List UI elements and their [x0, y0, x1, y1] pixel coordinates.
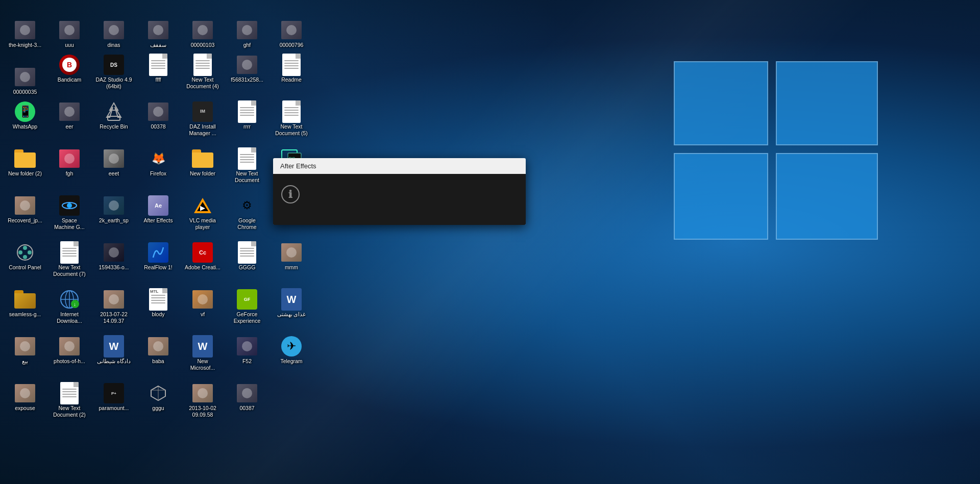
desktop-icon-00378[interactable]: 00378	[138, 98, 179, 144]
desktop-icon-gggu[interactable]: gggu	[138, 380, 179, 426]
desktop-icon-control-panel[interactable]: Control Panel	[5, 239, 45, 285]
icon-label-blody: blody	[152, 311, 164, 318]
desktop-icon-firefox[interactable]: 🦊Firefox	[138, 145, 179, 191]
desktop-icon-eeet[interactable]: eeet	[93, 145, 134, 191]
icon-label-internet-downlo: Internet Downloa...	[51, 311, 88, 324]
desktop-icon-F52[interactable]: F52	[227, 333, 267, 379]
desktop-icon-space-machine[interactable]: Space Machine G...	[49, 192, 90, 238]
icon-label-firefox: Firefox	[150, 170, 166, 177]
desktop-icon-00000103[interactable]: 00000103	[182, 5, 223, 50]
icon-image-realflow	[148, 242, 168, 263]
desktop-icon-bandicam[interactable]: BBandicam	[49, 52, 90, 97]
desktop-icon-uuu[interactable]: uuu	[49, 5, 90, 50]
icon-image-dadgah: W	[104, 336, 124, 356]
desktop-icon-new-text-5[interactable]: New Text Document (5)	[271, 98, 312, 144]
icon-image-baba	[148, 336, 168, 356]
desktop-icon-dinas[interactable]: dinas	[93, 5, 134, 50]
desktop-icon-new-folder-2[interactable]: New folder (2)	[5, 145, 45, 191]
desktop-icon-fgh[interactable]: fgh	[49, 145, 90, 191]
desktop-icon-ffff[interactable]: ffff	[138, 52, 179, 97]
desktop-icon-recycle-bin[interactable]: Recycle Bin	[93, 98, 134, 144]
desktop-icon-00000035[interactable]: 00000035	[5, 52, 45, 97]
desktop-icon-f56831x258[interactable]: f56831x258...	[227, 52, 267, 97]
icon-image-00000796	[281, 20, 302, 40]
desktop-icon-2013-10-02[interactable]: 2013-10-02 09.09.58	[182, 380, 223, 426]
icon-image-dinas	[104, 20, 124, 40]
icon-label-00000035: 00000035	[13, 89, 37, 95]
icon-label-adobe-create: Adobe Creati...	[185, 264, 220, 271]
desktop-icon-new-text-plain[interactable]: New Text Document	[227, 145, 267, 191]
icon-image-new-text-7	[59, 242, 80, 263]
desktop-icon-adobe-create[interactable]: CcAdobe Creati...	[182, 239, 223, 285]
desktop-icon-new-text-2[interactable]: New Text Document (2)	[49, 380, 90, 426]
icon-image-new-text-plain	[237, 148, 257, 169]
icon-label-dinas: dinas	[107, 42, 120, 48]
icon-image-ffff	[148, 55, 168, 75]
desktop-icon-expouse[interactable]: expouse	[5, 380, 45, 426]
desktop-icon-ae-icon[interactable]: AeAfter Effects	[138, 192, 179, 238]
desktop-icon-new-microsof[interactable]: WNew Microsof...	[182, 333, 223, 379]
desktop-icon-rrrr[interactable]: rrrr	[227, 98, 267, 144]
desktop-icon-geforce[interactable]: GFGeForce Experience	[227, 286, 267, 332]
icon-label-rrrr: rrrr	[243, 123, 251, 130]
desktop-icon-baba[interactable]: baba	[138, 333, 179, 379]
icon-image-2k-earth	[104, 195, 124, 216]
desktop-icon-dadgah[interactable]: Wدادگاه شیطانی	[93, 333, 134, 379]
icon-image-the-knight	[15, 20, 35, 40]
svg-text:▶: ▶	[200, 205, 205, 212]
desktop-icon-1594336-o[interactable]: 1594336-o...	[93, 239, 134, 285]
desktop-icon-paramount[interactable]: P+paramount...	[93, 380, 134, 426]
desktop-icon-recoverd-jp[interactable]: Recoverd_jp...	[5, 192, 45, 238]
desktop-icon-telegram[interactable]: ✈Telegram	[271, 333, 312, 379]
desktop-icon-new-text-4[interactable]: New Text Document (4)	[182, 52, 223, 97]
desktop-icon-mmm[interactable]: mmm	[271, 239, 312, 285]
desktop-icon-eer[interactable]: eer	[49, 98, 90, 144]
icon-label-ae-icon: After Effects	[144, 217, 173, 224]
desktop-icon-vf[interactable]: vf	[182, 286, 223, 332]
desktop-icon-whatsapp[interactable]: 📱WhatsApp	[5, 98, 45, 144]
desktop-icon-photos-of-h[interactable]: photos-of-h...	[49, 333, 90, 379]
icon-image-F52	[237, 336, 257, 356]
icon-image-recycle-bin	[104, 101, 124, 122]
desktop-icon-readme[interactable]: Readme	[271, 52, 312, 97]
icon-grid: the-knight-3...uuudinasسففف00000103ghf00…	[3, 3, 314, 428]
desktop-icon-00387[interactable]: 00387	[227, 380, 267, 426]
icon-label-new-microsof: New Microsof...	[184, 358, 221, 371]
desktop-icon-new-folder[interactable]: New folder	[182, 145, 223, 191]
icon-image-space-machine	[59, 195, 80, 216]
desktop-icon-00000796[interactable]: 00000796	[271, 5, 312, 50]
desktop-icon-the-knight[interactable]: the-knight-3...	[5, 5, 45, 50]
desktop-icon-daz-studio[interactable]: DSDAZ Studio 4.9 (64bit)	[93, 52, 134, 97]
desktop-icon-ghazy-beheshti[interactable]: Wغذای بهشتی	[271, 286, 312, 332]
win-pane-tl	[674, 61, 768, 145]
icon-image-daz-install: IM	[192, 101, 213, 122]
icon-label-eer: eer	[65, 123, 73, 130]
icon-label-fgh: fgh	[66, 170, 74, 177]
desktop-icon-ghf[interactable]: ghf	[227, 5, 267, 50]
desktop-icon-seamless-g[interactable]: seamless-g...	[5, 286, 45, 332]
desktop-icon-blody[interactable]: MTLblody	[138, 286, 179, 332]
after-effects-popup: After Effects ℹ	[273, 158, 526, 225]
icon-image-google-chrome: ⚙	[237, 195, 257, 216]
icon-label-seamless-g: seamless-g...	[9, 311, 41, 318]
desktop-icon-vlc[interactable]: ▶VLC media player	[182, 192, 223, 238]
desktop-icon-daz-install[interactable]: IMDAZ Install Manager ...	[182, 98, 223, 144]
icon-image-geforce: GF	[237, 289, 257, 310]
icon-image-photos-of-h	[59, 336, 80, 356]
desktop-icon-new-text-7[interactable]: New Text Document (7)	[49, 239, 90, 285]
icon-label-vlc: VLC media player	[184, 217, 221, 230]
desktop-icon-sffff[interactable]: سففف	[138, 5, 179, 50]
icon-label-dadgah: دادگاه شیطانی	[97, 358, 131, 365]
desktop-icon-internet-downlo[interactable]: ↓Internet Downloa...	[49, 286, 90, 332]
desktop-icon-bie[interactable]: بیع	[5, 333, 45, 379]
icon-image-bandicam: B	[59, 55, 80, 75]
desktop-icon-realflow[interactable]: RealFlow 1!	[138, 239, 179, 285]
icon-label-baba: baba	[152, 358, 164, 365]
desktop-icon-2k-earth[interactable]: 2k_earth_sp	[93, 192, 134, 238]
desktop-icon-google-chrome[interactable]: ⚙Google Chrome	[227, 192, 267, 238]
desktop-icon-2013-07-22[interactable]: 2013-07-22 14.09.37	[93, 286, 134, 332]
icon-label-paramount: paramount...	[99, 405, 129, 412]
desktop-icon-GGGG[interactable]: GGGG	[227, 239, 267, 285]
icon-label-whatsapp: WhatsApp	[13, 123, 37, 130]
icon-label-2013-07-22: 2013-07-22 14.09.37	[95, 311, 132, 324]
